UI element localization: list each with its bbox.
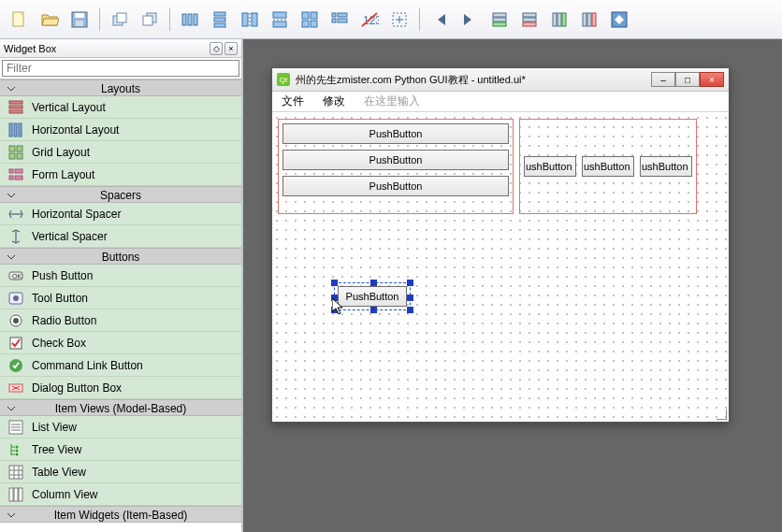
widget-item[interactable]: Dialog Button Box — [0, 377, 241, 399]
widget-item[interactable]: Form Layout — [0, 164, 241, 186]
window-max-button[interactable]: □ — [675, 72, 700, 87]
widget-list[interactable]: LayoutsVertical LayoutHorizontal LayoutG… — [0, 79, 241, 532]
widget-item[interactable]: Column View — [0, 483, 241, 506]
selection-outline — [334, 282, 411, 310]
svg-rect-47 — [9, 123, 12, 137]
resize-handle-nw[interactable] — [331, 280, 338, 286]
pushbutton-h2[interactable]: ushButton — [582, 156, 634, 177]
widget-item-label: Tool Button — [32, 292, 88, 305]
layout-grid-icon[interactable] — [296, 6, 324, 34]
svg-rect-50 — [9, 146, 15, 151]
svg-rect-8 — [182, 14, 186, 25]
category-header[interactable]: Spacers — [0, 186, 241, 203]
pushbutton-v3[interactable]: PushButton — [282, 176, 509, 196]
svg-rect-39 — [562, 13, 566, 26]
widget-item[interactable]: Vertical Spacer — [0, 225, 241, 248]
pushbutton-v2[interactable]: PushButton — [282, 150, 509, 170]
category-header[interactable]: Buttons — [0, 248, 241, 265]
menu-edit[interactable]: 修改 — [313, 92, 355, 111]
tool-button-icon — [7, 290, 24, 307]
svg-rect-51 — [17, 146, 22, 151]
menu-file[interactable]: 文件 — [272, 92, 313, 111]
svg-rect-44 — [9, 101, 22, 104]
widget-item[interactable]: Vertical Layout — [0, 96, 241, 119]
widget-item[interactable]: Tree View — [0, 439, 241, 461]
resize-handle-e[interactable] — [407, 295, 413, 301]
design-canvas[interactable]: Qt 州的先生zmister.com Python GUI教程 - untitl… — [243, 39, 782, 532]
layout-vertical-icon[interactable] — [206, 6, 234, 34]
svg-rect-17 — [273, 12, 286, 18]
chevron-down-icon — [6, 402, 15, 411]
layout-horizontal-icon[interactable] — [176, 6, 204, 34]
widget-item[interactable]: Horizontal Layout — [0, 119, 241, 141]
svg-rect-10 — [194, 14, 197, 25]
widget-item[interactable]: Command Link Button — [0, 354, 241, 377]
widget-item[interactable]: Table View — [0, 461, 241, 483]
svg-rect-36 — [523, 22, 536, 26]
svg-rect-81 — [19, 488, 22, 501]
command-link-icon — [7, 357, 24, 374]
window-close-button[interactable]: × — [700, 72, 724, 87]
widget-item[interactable]: Tool Button — [0, 287, 241, 309]
menu-add-hint[interactable]: 在这里输入 — [355, 92, 429, 111]
form-window[interactable]: Qt 州的先生zmister.com Python GUI教程 - untitl… — [271, 67, 730, 423]
form-menubar[interactable]: 文件 修改 在这里输入 — [272, 92, 729, 112]
main-toolbar: 123 — [0, 0, 782, 39]
raise-icon[interactable] — [106, 6, 134, 34]
table-view-icon — [7, 464, 24, 481]
pushbutton-v1[interactable]: PushButton — [282, 123, 509, 144]
resize-handle-ne[interactable] — [407, 280, 413, 286]
form-body[interactable]: PushButton PushButton PushButton ushButt… — [272, 113, 729, 422]
layout-horiz-splitter-icon[interactable] — [236, 6, 264, 34]
widget-filter-input[interactable]: Filter — [2, 60, 239, 77]
file-save-icon[interactable] — [65, 6, 94, 34]
pushbutton-h1[interactable]: ushButton — [524, 156, 576, 177]
dock-close-button[interactable]: × — [224, 42, 238, 55]
resize-handle-w[interactable] — [331, 295, 338, 301]
resize-handle-sw[interactable] — [331, 307, 338, 313]
category-label: Item Widgets (Item-Based) — [54, 509, 188, 522]
remove-row-icon[interactable] — [515, 6, 543, 34]
remove-col-icon[interactable] — [575, 6, 603, 34]
horizontal-layout[interactable]: ushButton ushButton ushButton — [519, 119, 697, 214]
widget-item-label: Push Button — [32, 269, 93, 282]
svg-rect-40 — [583, 13, 586, 26]
dock-pin-button[interactable]: ◇ — [210, 42, 223, 55]
svg-rect-33 — [493, 22, 506, 26]
size-grip-icon[interactable] — [714, 407, 727, 420]
resize-handle-n[interactable] — [370, 280, 377, 286]
add-col-icon[interactable] — [545, 6, 573, 34]
widget-item[interactable]: Check Box — [0, 332, 241, 354]
adjust-size-icon[interactable] — [385, 6, 413, 34]
category-header[interactable]: Item Widgets (Item-Based) — [0, 506, 241, 523]
jump-last-icon[interactable] — [456, 6, 484, 34]
layout-vert-splitter-icon[interactable] — [266, 6, 294, 34]
pushbutton-h3[interactable]: ushButton — [640, 156, 692, 177]
lower-icon[interactable] — [136, 6, 164, 34]
break-layout-icon[interactable]: 123 — [355, 6, 384, 34]
widget-item[interactable]: Grid Layout — [0, 141, 241, 164]
jump-first-icon[interactable] — [426, 6, 454, 34]
form-titlebar[interactable]: Qt 州的先生zmister.com Python GUI教程 - untitl… — [272, 68, 729, 92]
widget-item[interactable]: Horizontal Spacer — [0, 203, 241, 225]
widget-item[interactable]: OKPush Button — [0, 265, 241, 287]
resize-handle-s[interactable] — [370, 307, 377, 313]
file-open-icon[interactable] — [36, 6, 64, 34]
svg-rect-18 — [273, 22, 286, 27]
svg-rect-26 — [332, 19, 336, 22]
resize-handle-se[interactable] — [407, 307, 413, 313]
window-min-button[interactable]: – — [651, 72, 675, 87]
widget-item[interactable]: Radio Button — [0, 309, 241, 332]
widget-item[interactable]: List View — [0, 416, 241, 439]
widget-item-label: Vertical Spacer — [32, 230, 108, 243]
svg-rect-7 — [143, 16, 152, 25]
category-header[interactable]: Layouts — [0, 79, 241, 96]
layout-form-icon[interactable] — [326, 6, 354, 34]
add-row-icon[interactable] — [485, 6, 514, 34]
category-header[interactable]: Item Views (Model-Based) — [0, 399, 241, 416]
svg-text:OK: OK — [12, 273, 22, 280]
file-new-icon[interactable] — [6, 6, 34, 34]
svg-rect-5 — [117, 13, 126, 22]
vertical-layout[interactable]: PushButton PushButton PushButton — [278, 119, 514, 214]
fit-icon[interactable] — [605, 6, 633, 34]
